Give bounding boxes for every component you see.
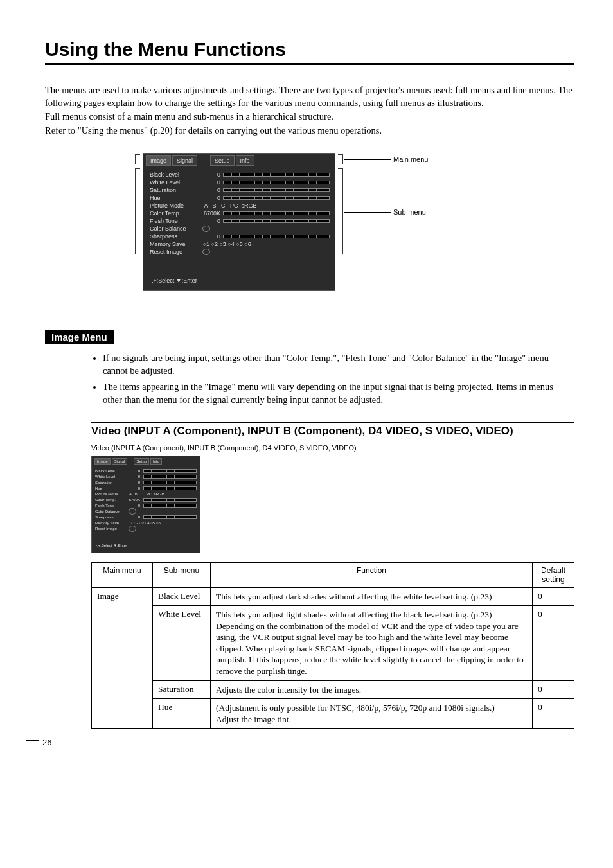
- osd-slider: [223, 173, 330, 177]
- td-sub: Saturation: [153, 680, 211, 699]
- osd-large: Image Signal Setup Info Black Level0Whit…: [143, 153, 335, 291]
- th-def: Default setting: [533, 562, 574, 587]
- osd-slider: [143, 475, 197, 479]
- osd-row-label: Reset Image: [150, 249, 201, 255]
- osd-s-tab-info: Info: [150, 458, 162, 465]
- menu-diagram: Main menu Sub-menu Image Signal Setup In…: [143, 153, 477, 291]
- enter-icon: [202, 249, 210, 255]
- osd-row: Black Level0: [150, 171, 330, 178]
- osd-row-label: Flesh Tone: [150, 218, 201, 224]
- osd-row-label: Flesh Tone: [95, 504, 127, 508]
- enter-icon: [202, 226, 210, 232]
- osd-row: Flesh Tone0: [150, 217, 330, 224]
- osd-row: Color Balance: [150, 225, 330, 232]
- osd-row: Hue0: [95, 486, 197, 491]
- osd-row-label: Black Level: [95, 469, 127, 473]
- osd-row-label: Color Temp.: [95, 498, 127, 502]
- osd-row: Flesh Tone0: [95, 503, 197, 508]
- page-title: Using the Menu Functions: [45, 39, 574, 60]
- osd-row-value: 0: [201, 187, 220, 193]
- osd-row-value: 0: [127, 504, 140, 508]
- th-sub: Sub-menu: [153, 562, 211, 587]
- th-func: Function: [211, 562, 533, 587]
- function-table: Main menu Sub-menu Function Default sett…: [91, 562, 574, 729]
- osd-row-value: 6700K: [127, 498, 140, 502]
- osd-row-label: Saturation: [150, 187, 201, 193]
- osd-row-label: Memory Save: [95, 521, 127, 525]
- osd-slider: [143, 515, 197, 519]
- osd-row: Picture Mode A B C PC sRGB: [95, 492, 197, 497]
- td-func: This lets you adjust light shades withou…: [211, 606, 533, 680]
- osd-row: Reset Image: [95, 526, 197, 531]
- osd-row-label: Black Level: [150, 172, 201, 178]
- osd-row-label: Sharpness: [150, 233, 201, 240]
- osd-row-label: Memory Save: [150, 241, 201, 247]
- osd-slider: [223, 211, 330, 215]
- osd-slider: [223, 181, 330, 184]
- osd-tab-info: Info: [236, 155, 254, 166]
- intro-p2: Full menus consist of a main menu and su…: [45, 111, 574, 123]
- osd-row: Sharpness0: [150, 233, 330, 240]
- osd-row-label: Picture Mode: [95, 492, 127, 496]
- video-subhead: Video (INPUT A (Component), INPUT B (Com…: [91, 424, 574, 438]
- subhead-rule: [91, 422, 574, 423]
- osd-row: Hue0: [150, 194, 330, 201]
- osd-row: Reset Image: [150, 248, 330, 255]
- osd-s-footer: -,+:Select ▼:Enter: [92, 535, 200, 549]
- note-2: The items appearing in the "Image" menu …: [103, 381, 562, 406]
- osd-row-label: Picture Mode: [150, 202, 201, 209]
- enter-icon: [129, 508, 136, 515]
- osd-row-label: Saturation: [95, 481, 127, 484]
- osd-row: Color Temp.6700K: [150, 209, 330, 217]
- osd-tab-image: Image: [146, 155, 171, 166]
- osd-row-label: Sharpness: [95, 515, 127, 519]
- osd-row: Color Temp.6700K: [95, 497, 197, 502]
- osd-row-value: 0: [127, 481, 140, 484]
- td-func: Adjusts the color intensity for the imag…: [211, 680, 533, 699]
- osd-row-value: 0: [201, 195, 220, 201]
- osd-row: Black Level0: [95, 468, 197, 474]
- td-sub: Hue: [153, 699, 211, 729]
- td-default: 0: [533, 699, 574, 729]
- video-caption: Video (INPUT A (Component), INPUT B (Com…: [91, 444, 574, 452]
- osd-slider: [143, 486, 197, 490]
- osd-row-value: 0: [201, 218, 220, 224]
- osd-slider: [143, 469, 197, 473]
- osd-row-value: 0: [127, 475, 140, 479]
- note-1: If no signals are being input, settings …: [103, 352, 562, 377]
- osd-slider: [223, 235, 330, 238]
- osd-slider: [143, 481, 197, 484]
- osd-small: Image Signal Setup Info Black Level0Whit…: [91, 456, 574, 553]
- osd-row: Memory Save ○1 ○2 ○3 ○4 ○5 ○6: [150, 240, 330, 247]
- osd-row-value: 0: [201, 233, 220, 240]
- td-main: Image: [92, 587, 153, 728]
- osd-tabs: Image Signal Setup Info: [143, 154, 335, 167]
- osd-slider: [143, 504, 197, 508]
- table-row: Hue(Adjustment is only possible for NTSC…: [92, 699, 574, 729]
- osd-row-label: White Level: [95, 475, 127, 479]
- osd-row: Memory Save ○1 ○2 ○3 ○4 ○5 ○6: [95, 520, 197, 526]
- osd-row-value: 0: [127, 515, 140, 519]
- osd-row-label: Hue: [150, 195, 201, 201]
- enter-icon: [129, 526, 136, 532]
- osd-s-tab-image: Image: [94, 458, 111, 465]
- td-default: 0: [533, 606, 574, 680]
- osd-tab-setup: Setup: [210, 155, 235, 166]
- callout-main-menu: Main menu: [393, 155, 428, 163]
- title-rule: [45, 63, 574, 65]
- osd-s-tab-signal: Signal: [112, 458, 128, 465]
- osd-row: Sharpness0: [95, 515, 197, 520]
- osd-row: Saturation0: [150, 186, 330, 193]
- osd-row: Picture Mode A B C PC sRGB: [150, 202, 330, 209]
- osd-s-tab-setup: Setup: [134, 458, 149, 465]
- osd-row-label: White Level: [150, 179, 201, 186]
- osd-mode-options: A B C PC sRGB: [127, 492, 197, 496]
- th-main: Main menu: [92, 562, 153, 587]
- table-row: SaturationAdjusts the color intensity fo…: [92, 680, 574, 699]
- table-row: White LevelThis lets you adjust light sh…: [92, 606, 574, 680]
- osd-slider: [223, 188, 330, 192]
- osd-row-label: Hue: [95, 486, 127, 490]
- osd-row: White Level0: [150, 179, 330, 186]
- page-number: 26: [26, 738, 574, 748]
- osd-row: White Level0: [95, 474, 197, 479]
